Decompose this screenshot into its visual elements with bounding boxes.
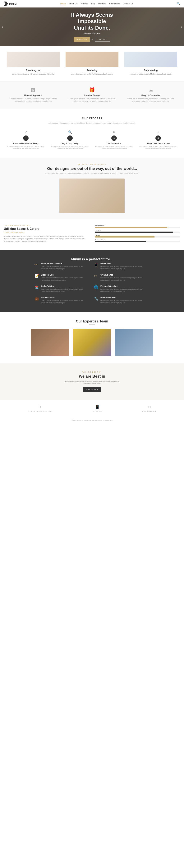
icons-section: 🖼 Minimal Approach Lorem ipsum dolor sit… bbox=[0, 81, 184, 108]
perfect-item-6: 💼 Business Sites Lorem ipsum dolor sit a… bbox=[35, 297, 90, 304]
perfect-item-3: ✂ Creative Sites Lorem ipsum dolor sit a… bbox=[94, 274, 149, 281]
perfect-grid: ✏ Entrepreneur's website Lorem ipsum dol… bbox=[35, 262, 149, 304]
feature-item-2: Empowering consectetur adipiscing elit. … bbox=[121, 52, 180, 75]
nav-link-blog[interactable]: Blog bbox=[91, 2, 95, 5]
best-section: We are Best in We are Best in Lorem ipsu… bbox=[0, 363, 184, 400]
feature-image-0 bbox=[7, 52, 60, 67]
nav-link-why-us[interactable]: Why Us bbox=[80, 2, 88, 5]
about-us-button[interactable]: ABOUT US bbox=[74, 37, 90, 42]
process-label-3: Single Click Demo Import bbox=[138, 143, 178, 145]
icon-title-1: Creative Design bbox=[66, 94, 119, 96]
bar-item-1: Bloggers bbox=[95, 229, 180, 233]
hero-section: ‹ It Always SeemsImpossibleUntil its Don… bbox=[0, 7, 184, 46]
perfect-item-text-7: Lorem ipsum dolor sit amet, consectetur … bbox=[101, 300, 149, 304]
nav-link-contact-us[interactable]: Contact Us bbox=[123, 2, 133, 5]
icon-text-2: Lorem ipsum dolor sit amet, consectetur … bbox=[124, 98, 177, 103]
perfect-item-text-5: Lorem ipsum dolor sit amet, consectetur … bbox=[101, 288, 149, 293]
hero-next-arrow[interactable]: › bbox=[181, 25, 182, 29]
space-tag: Utilizing Space & Colors bbox=[4, 225, 89, 226]
space-bars: Entrepreneurs Bloggers Authors Personal … bbox=[95, 225, 180, 244]
team-photo-1 bbox=[31, 329, 69, 356]
bar-label-1: Bloggers bbox=[95, 229, 180, 231]
dazzling-tag: Be Dazzling in Design bbox=[4, 163, 180, 165]
perfect-icon-3: ✂ bbox=[94, 274, 99, 278]
dazzling-section: Be Dazzling in Design Our designs are ou… bbox=[0, 158, 184, 219]
perfect-item-content-1: Media Sites Lorem ipsum dolor sit amet, … bbox=[101, 262, 149, 270]
feature-text-2: consectetur adipiscing elit. Morbi males… bbox=[124, 73, 177, 75]
team-photo-3 bbox=[115, 329, 153, 356]
footer-contact-text-2: contact@minim.com bbox=[142, 410, 156, 412]
footer-copyright: © 2017 Minim. All rights reserved. Devel… bbox=[0, 417, 184, 423]
icon-symbol-0: 🖼 bbox=[7, 87, 60, 93]
perfect-item-7: 🔧 Minimal Websites Lorem ipsum dolor sit… bbox=[94, 297, 149, 304]
icon-title-0: Minimal Approach bbox=[7, 94, 60, 96]
process-text-2: Lorem ipsum dolor sit amet, consectetur … bbox=[94, 145, 134, 150]
feature-image-2 bbox=[124, 52, 177, 67]
contact-info-button[interactable]: Contact Info bbox=[83, 387, 101, 392]
perfect-item-title-1: Media Sites bbox=[101, 262, 149, 265]
process-text-3: Lorem ipsum dolor sit amet, consectetur … bbox=[138, 145, 178, 150]
feature-text-1: consectetur adipiscing elit. Morbi males… bbox=[66, 73, 119, 75]
perfect-item-text-6: Lorem ipsum dolor sit amet, consectetur … bbox=[41, 300, 90, 304]
logo-icon bbox=[4, 2, 8, 6]
hero-prev-arrow[interactable]: ‹ bbox=[2, 25, 3, 29]
feature-title-1: Analyzing bbox=[66, 69, 119, 72]
nav-link-shortcodes[interactable]: Shortcodes bbox=[109, 2, 120, 5]
dazzling-subtitle: Lorem ipsum dolor sit amet, consectetur … bbox=[4, 172, 180, 175]
process-step-3: ☆ 4 Single Click Demo Import Lorem ipsum… bbox=[136, 130, 180, 150]
nav-link-about-us[interactable]: About Us bbox=[69, 2, 77, 5]
logo-text: MINIM bbox=[9, 2, 16, 5]
process-step-1: 🔍 2 Drag & Drop Design Lorem ipsum dolor… bbox=[48, 130, 92, 150]
expertise-divider bbox=[89, 324, 95, 325]
site-logo[interactable]: MINIM bbox=[4, 2, 16, 6]
icon-title-2: Easy to Customize bbox=[124, 94, 177, 96]
bar-item-2: Authors bbox=[95, 234, 180, 238]
bar-track-3 bbox=[95, 241, 180, 242]
icon-item-1: 🎁 Creative Design Lorem ipsum dolor sit … bbox=[63, 87, 121, 103]
perfect-item-title-4: Author's Sites bbox=[41, 285, 90, 287]
perfect-icon-7: 🔧 bbox=[94, 297, 99, 301]
perfect-item-content-7: Minimal Websites Lorem ipsum dolor sit a… bbox=[101, 297, 149, 304]
footer-icon-item-1: 📱 011 456 7890 bbox=[93, 405, 102, 412]
footer-icon-2: ✉ bbox=[142, 405, 156, 409]
perfect-item-content-3: Creative Sites Lorem ipsum dolor sit ame… bbox=[101, 274, 149, 281]
perfect-item-content-6: Business Sites Lorem ipsum dolor sit ame… bbox=[41, 297, 90, 304]
perfect-item-title-3: Creative Sites bbox=[101, 274, 149, 276]
footer-contact-text-0: 111, WEST STREET, MELBOURNE bbox=[28, 410, 52, 412]
perfect-item-content-2: Bloggers Sites Lorem ipsum dolor sit ame… bbox=[41, 274, 90, 281]
nav-link-home[interactable]: Home bbox=[60, 2, 66, 5]
best-content: We are Best in We are Best in Lorem ipsu… bbox=[4, 371, 180, 392]
process-circle-1: 2 bbox=[67, 135, 73, 141]
footer-icon-item-2: ✉ contact@minim.com bbox=[142, 405, 156, 412]
expertise-section: Our Expertise Team bbox=[0, 312, 184, 363]
bar-track-0 bbox=[95, 227, 180, 228]
perfect-item-5: 🌐 Personal Websites Lorem ipsum dolor si… bbox=[94, 285, 149, 293]
search-icon[interactable]: 🔍 bbox=[177, 2, 180, 5]
perfect-item-0: ✏ Entrepreneur's website Lorem ipsum dol… bbox=[35, 262, 90, 270]
bar-fill-2 bbox=[95, 236, 155, 238]
perfect-icon-1: 📱 bbox=[94, 262, 99, 267]
expertise-title: Our Expertise Team bbox=[4, 319, 180, 323]
perfect-item-text-0: Lorem ipsum dolor sit amet, consectetur … bbox=[41, 266, 90, 270]
best-text: Lorem ipsum dolor sit amet, consectetur … bbox=[63, 380, 121, 385]
perfect-item-content-5: Personal Websites Lorem ipsum dolor sit … bbox=[101, 285, 149, 293]
hero-quote: Nelson Mandela bbox=[71, 32, 113, 35]
feature-image-1 bbox=[66, 52, 119, 67]
perfect-item-4: 📚 Author's Sites Lorem ipsum dolor sit a… bbox=[35, 285, 90, 293]
perfect-item-text-3: Lorem ipsum dolor sit amet, consectetur … bbox=[101, 277, 149, 281]
team-image-row bbox=[4, 179, 180, 213]
perfect-item-content-0: Entrepreneur's website Lorem ipsum dolor… bbox=[41, 262, 90, 270]
perfect-icon-2: 📝 bbox=[35, 274, 39, 278]
icon-symbol-2: ☁ bbox=[124, 87, 177, 93]
contact-button[interactable]: CONTACT bbox=[95, 37, 110, 42]
nav-link-portfolio[interactable]: Portfolio bbox=[98, 2, 106, 5]
footer-icons: ✈ 111, WEST STREET, MELBOURNE 📱 011 456 … bbox=[0, 400, 184, 417]
bar-label-3: Personal Sites bbox=[95, 239, 180, 241]
process-text-0: Lorem ipsum dolor sit amet, consectetur … bbox=[6, 145, 46, 150]
perfect-item-1: 📱 Media Sites Lorem ipsum dolor sit amet… bbox=[94, 262, 149, 270]
process-step-2: ✱ 3 Live Customizer Lorem ipsum dolor si… bbox=[92, 130, 136, 150]
team-row bbox=[4, 329, 180, 356]
bar-item-0: Entrepreneurs bbox=[95, 225, 180, 228]
process-label-0: Responsive & Retina Ready bbox=[6, 143, 46, 145]
process-icon-3: ☆ bbox=[138, 130, 178, 134]
